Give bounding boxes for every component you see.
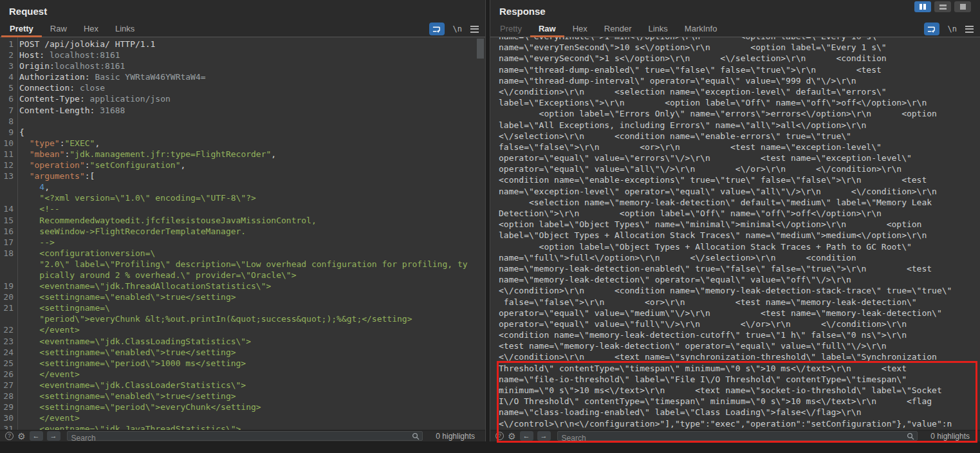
code-line: 4, bbox=[0, 181, 485, 192]
search-input[interactable] bbox=[68, 434, 423, 443]
code-line: <\/condition>\r\n <selection name=\"exce… bbox=[499, 86, 980, 97]
code-line: name=\"everyTenSecond\">10 s<\/option>\r… bbox=[499, 42, 980, 53]
response-editor[interactable]: name=\"everyMinute\">1 min<\/option>\r\n… bbox=[490, 37, 980, 430]
single-pane-icon bbox=[960, 4, 966, 10]
line-number: 15 bbox=[0, 215, 14, 226]
request-tab-pretty[interactable]: Pretty bbox=[1, 21, 42, 37]
layout-rows-button[interactable] bbox=[934, 1, 951, 12]
response-tab-markinfo[interactable]: MarkInfo bbox=[676, 21, 726, 37]
code-line: label=\"Exceptions\">\r\n <option label=… bbox=[499, 97, 980, 108]
line-number: 29 bbox=[0, 402, 14, 412]
word-wrap-button[interactable] bbox=[924, 23, 939, 35]
code-line: 9{ bbox=[0, 127, 485, 138]
line-number: 16 bbox=[0, 226, 14, 237]
code-line: 3Origin:localhost:8161 bbox=[0, 60, 485, 71]
response-panel: Response Pretty Raw Hex Render Links Mar… bbox=[490, 0, 980, 441]
word-wrap-button[interactable] bbox=[429, 23, 445, 35]
response-tab-pretty[interactable]: Pretty bbox=[492, 21, 530, 37]
code-line: <selection name=\"memory-leak-detection\… bbox=[499, 197, 980, 208]
code-line: 18 <configurationversion=\ bbox=[0, 248, 485, 259]
request-editor[interactable]: 1POST /api/jolokia/ HTTP/1.12Host: local… bbox=[0, 37, 485, 430]
request-tab-links[interactable]: Links bbox=[107, 21, 143, 37]
code-line: <\/condition>\r\n <condition name=\"memo… bbox=[499, 285, 980, 296]
code-line: operator=\"equal\" value=\"errors\"\/>\r… bbox=[499, 153, 980, 163]
settings-gear-icon[interactable]: ⚙ bbox=[508, 432, 516, 441]
settings-gear-icon[interactable]: ⚙ bbox=[17, 432, 26, 441]
line-number: 18 bbox=[0, 248, 14, 259]
line-number: 14 bbox=[0, 203, 14, 214]
line-number: 24 bbox=[0, 347, 14, 358]
help-icon[interactable]: ? bbox=[5, 432, 14, 440]
request-code: 1POST /api/jolokia/ HTTP/1.12Host: local… bbox=[0, 37, 485, 430]
newline-toggle-button[interactable]: \n bbox=[948, 24, 957, 33]
request-tab-raw[interactable]: Raw bbox=[42, 21, 75, 37]
code-line: 29 <settingname=\"period\">everyChunk</s… bbox=[0, 402, 485, 412]
layout-columns-button[interactable] bbox=[914, 1, 931, 12]
columns-icon bbox=[920, 4, 922, 10]
response-search-bar: ? ⚙ ← → 0 highlights bbox=[490, 430, 980, 441]
code-line: <\/control>\r\n<\/configuration>"],"type… bbox=[499, 418, 980, 429]
code-line: 21 <settingname=\ bbox=[0, 302, 485, 313]
code-line: name=\"thread-dump-enabled\" true=\"fals… bbox=[499, 64, 980, 75]
line-number: 23 bbox=[0, 336, 14, 347]
code-line: 7Content-Length: 31688 bbox=[0, 105, 485, 116]
response-title: Response bbox=[499, 6, 546, 17]
code-line: 26 </event> bbox=[0, 369, 485, 380]
line-number: 21 bbox=[0, 302, 14, 313]
editor-menu-button[interactable] bbox=[965, 26, 974, 33]
line-number: 19 bbox=[0, 281, 14, 291]
code-line: 19 <eventname=\"jdk.ThreadAllocationStat… bbox=[0, 281, 485, 291]
code-line: 2Host: localhost:8161 bbox=[0, 50, 485, 60]
line-number: 27 bbox=[0, 380, 14, 391]
response-tab-bar: Pretty Raw Hex Render Links MarkInfo \n bbox=[490, 21, 980, 37]
search-prev-button[interactable]: ← bbox=[520, 431, 533, 441]
code-line: <\/condition>\r\n <text name=\"synchroni… bbox=[499, 351, 980, 362]
response-tab-links[interactable]: Links bbox=[640, 21, 676, 37]
response-tab-render[interactable]: Render bbox=[596, 21, 640, 37]
search-prev-button[interactable]: ← bbox=[30, 431, 43, 441]
request-scrollbar-thumb[interactable] bbox=[477, 39, 484, 59]
code-line: <option label=\"Object Types + Allocatio… bbox=[499, 241, 980, 252]
code-line: pically around 2 % overhead.\" provider=… bbox=[0, 270, 485, 281]
code-line: 6Content-Type: application/json bbox=[0, 93, 485, 104]
line-number: 31 bbox=[0, 423, 14, 430]
code-line: <condition name=\"memory-leak-detection-… bbox=[499, 329, 980, 340]
code-line: 4Authorization: Basic YWRtaW46YWRtaW4= bbox=[0, 71, 485, 82]
code-line: false=\"false\">\r\n <or>\r\n <test name… bbox=[499, 142, 980, 153]
editor-menu-button[interactable] bbox=[470, 26, 479, 33]
code-line: Detection\">\r\n <option label=\"Off\" n… bbox=[499, 208, 980, 219]
word-wrap-icon bbox=[927, 25, 936, 33]
line-number: 30 bbox=[0, 412, 14, 423]
code-line: 28 <settingname=\"enabled\">true</settin… bbox=[0, 391, 485, 402]
word-wrap-icon bbox=[432, 25, 441, 33]
code-line: name=\"thread-dump-interval\" operator=\… bbox=[499, 75, 980, 86]
request-tab-hex[interactable]: Hex bbox=[75, 21, 107, 37]
code-line: label=\"Object Types + Allocation Stack … bbox=[499, 230, 980, 241]
line-number: 25 bbox=[0, 358, 14, 369]
help-icon[interactable]: ? bbox=[495, 432, 504, 440]
line-number: 12 bbox=[0, 160, 14, 171]
request-header: Request bbox=[0, 0, 485, 21]
rows-icon bbox=[939, 5, 947, 10]
response-code: name=\"everyMinute\">1 min<\/option>\r\n… bbox=[490, 37, 980, 430]
code-line: "<?xml version=\"1.0\" encoding=\"UTF-8\… bbox=[0, 192, 485, 203]
request-panel: Request Pretty Raw Hex Links \n 1POST /a… bbox=[0, 0, 486, 441]
code-line: 20 <settingname=\"enabled\">true</settin… bbox=[0, 291, 485, 302]
response-tab-raw[interactable]: Raw bbox=[530, 21, 564, 37]
search-next-button[interactable]: → bbox=[47, 431, 60, 441]
code-line: 5Connection: close bbox=[0, 82, 485, 93]
newline-toggle-button[interactable]: \n bbox=[453, 24, 462, 33]
code-line: 17 --> bbox=[0, 237, 485, 248]
layout-single-button[interactable] bbox=[954, 1, 971, 12]
search-next-button[interactable]: → bbox=[537, 431, 551, 441]
line-number: 6 bbox=[0, 93, 14, 104]
search-input[interactable] bbox=[558, 434, 918, 443]
response-tab-hex[interactable]: Hex bbox=[564, 21, 596, 37]
highlights-count: 0 highlights bbox=[930, 432, 970, 441]
code-line: 13 "arguments":[ bbox=[0, 171, 485, 181]
code-line: <\/selection>\r\n <condition name=\"enab… bbox=[499, 131, 980, 142]
code-line: <option label=\"Object Types\" name=\"mi… bbox=[499, 219, 980, 230]
line-number: 10 bbox=[0, 138, 14, 149]
line-number: 26 bbox=[0, 369, 14, 380]
line-number: 3 bbox=[0, 60, 14, 71]
